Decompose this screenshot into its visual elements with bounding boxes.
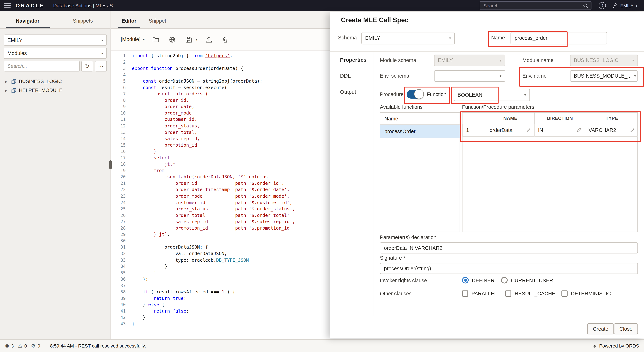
line-number: 17 [111, 155, 132, 161]
user-menu[interactable]: EMILY ▾ [612, 3, 637, 8]
declaration-label: Parameter(s) declaration [380, 234, 436, 240]
line-number: 23 [111, 193, 132, 200]
checkbox-deterministic[interactable] [562, 290, 568, 296]
tab-navigator[interactable]: Navigator [6, 16, 50, 28]
line-number: 19 [111, 168, 132, 174]
schema-select-value: EMILY [7, 37, 22, 43]
checkbox-parallel-label: PARALLEL [472, 291, 497, 296]
line-number: 28 [111, 225, 132, 232]
param-row-name[interactable]: orderData [486, 124, 534, 137]
chevron-down-icon: ▾ [143, 38, 145, 42]
powered-by-ords-link[interactable]: Powered by ORDS [599, 344, 639, 348]
line-number: 37 [111, 282, 132, 289]
line-number: 26 [111, 212, 132, 219]
env-schema-label: Env. schema [380, 73, 409, 79]
param-row-type[interactable]: VARCHAR2 [585, 124, 638, 137]
warning-count[interactable]: ⚠ 0 [18, 343, 27, 349]
env-name-select[interactable]: BUSINESS_MODULE_... ▾ [570, 70, 638, 82]
search-input[interactable] [483, 3, 583, 8]
status-bar: ⊗ 3 ⚠ 0 ⚙ 0 8:59:44 AM - REST call resol… [0, 339, 644, 352]
line-number: 18 [111, 161, 132, 168]
expand-arrow-icon[interactable]: ▸ [6, 88, 8, 93]
callspec-name-input[interactable] [510, 32, 607, 44]
header-search-box[interactable] [480, 1, 592, 10]
checkbox-result-cache[interactable] [505, 290, 511, 296]
object-type-select[interactable]: Modules ▾ [4, 48, 107, 59]
tab-properties[interactable]: Properties [340, 57, 366, 63]
schema-select[interactable]: EMILY ▾ [4, 34, 107, 46]
status-message-link[interactable]: 8:59:44 AM - REST call resolved successf… [50, 344, 146, 348]
edit-pencil-icon[interactable] [630, 127, 635, 133]
radio-definer[interactable] [462, 277, 469, 284]
upload-icon[interactable] [204, 34, 214, 45]
procedure-function-toggle[interactable] [406, 90, 422, 98]
chevron-down-icon: ▾ [101, 51, 103, 55]
toggle-knob [414, 89, 424, 99]
panel-splitter-handle[interactable] [109, 160, 112, 169]
edit-pencil-icon[interactable] [577, 127, 582, 133]
expand-arrow-icon[interactable]: ▸ [6, 79, 8, 84]
checkbox-parallel[interactable] [462, 290, 468, 296]
dialog-vertical-divider [373, 52, 373, 316]
open-folder-icon[interactable] [150, 34, 161, 45]
line-number: 4 [111, 72, 132, 78]
error-count[interactable]: ⊗ 3 [5, 343, 14, 349]
af-table-row-processorder[interactable]: processOrder [380, 125, 460, 138]
param-row-direction[interactable]: IN [534, 124, 585, 137]
globe-icon[interactable] [167, 34, 178, 45]
return-type-select[interactable]: BOOLEAN ▾ [454, 89, 530, 101]
line-number: 7 [111, 91, 132, 97]
declaration-input[interactable] [380, 242, 638, 254]
close-button[interactable]: Close [614, 323, 638, 334]
radio-current-user[interactable] [501, 277, 508, 284]
warning-icon: ⚠ [18, 343, 22, 349]
env-name-value: BUSINESS_MODULE_... [574, 73, 632, 79]
line-number: 32 [111, 250, 132, 257]
tree-item-helper-module[interactable]: ▸ HELPER_MODULE [4, 86, 107, 95]
tab-snippets[interactable]: Snippets [61, 16, 105, 28]
module-tree: ▸ BUSINESS_LOGIC ▸ HELPER_MODULE [4, 77, 107, 95]
line-number: 38 [111, 289, 132, 295]
env-schema-select[interactable]: ▾ [434, 70, 505, 82]
dialog-schema-select[interactable]: EMILY ▾ [362, 32, 454, 44]
line-number: 40 [111, 302, 132, 308]
refresh-icon[interactable]: ↻ [81, 61, 93, 72]
more-options-icon[interactable]: ⋯ [95, 61, 106, 72]
param-header-index [462, 112, 486, 124]
search-icon[interactable] [583, 3, 589, 8]
chevron-down-icon: ▾ [632, 58, 634, 62]
navigator-search-row: ↻ ⋯ [4, 61, 107, 72]
delete-icon[interactable] [220, 34, 230, 45]
signature-input[interactable] [380, 263, 638, 274]
function-label: Function [427, 92, 446, 97]
tab-output[interactable]: Output [340, 89, 356, 95]
param-header-name: NAME [486, 112, 534, 124]
line-number: 20 [111, 174, 132, 180]
radio-definer-label: DEFINER [472, 278, 494, 283]
signature-label: Signature * [380, 255, 405, 261]
save-icon[interactable] [183, 34, 194, 45]
line-number: 29 [111, 232, 132, 238]
line-number: 35 [111, 270, 132, 276]
tab-snippet[interactable]: Snippet [146, 16, 170, 28]
tab-editor[interactable]: Editor [118, 16, 140, 28]
tree-item-business-logic[interactable]: ▸ BUSINESS_LOGIC [4, 77, 107, 86]
chevron-down-icon: ▾ [500, 58, 501, 62]
ords-bolt-icon [592, 343, 597, 348]
help-icon[interactable]: ? [599, 2, 606, 9]
line-number: 9 [111, 104, 132, 110]
module-schema-value: EMILY [438, 58, 453, 63]
return-type-value: BOOLEAN [458, 92, 482, 98]
tab-ddl[interactable]: DDL [340, 73, 351, 79]
menu-icon[interactable] [4, 3, 11, 8]
module-select[interactable]: [Module] ▾ [121, 36, 145, 42]
line-number: 21 [111, 180, 132, 187]
create-button[interactable]: Create [588, 323, 614, 334]
save-menu-chevron-icon[interactable]: ▾ [196, 38, 198, 42]
edit-pencil-icon[interactable] [526, 127, 531, 133]
line-number: 34 [111, 263, 132, 270]
dialog-title: Create MLE Call Spec [341, 16, 408, 24]
navigator-content: EMILY ▾ Modules ▾ ↻ ⋯ ▸ BUSINESS_LOGI [0, 29, 110, 95]
gear-count[interactable]: ⚙ 0 [31, 343, 40, 349]
navigator-search-input[interactable] [4, 61, 80, 72]
